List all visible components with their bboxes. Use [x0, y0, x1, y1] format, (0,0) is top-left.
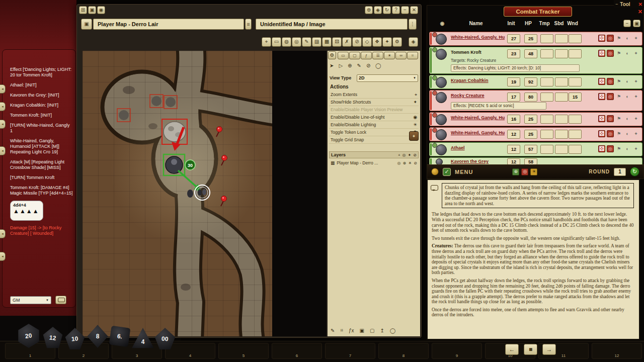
hotkey-slot[interactable]: 12 — [592, 343, 642, 359]
tracker-row[interactable]: Athael 12 57 ⊕◎⚑◐✦⚄ — [429, 142, 642, 156]
roll-die-icon[interactable]: ⚄ — [598, 78, 605, 85]
roll-die-icon[interactable]: ⚄ — [598, 93, 605, 100]
effects-icon[interactable]: ◎ — [521, 168, 528, 175]
sparkle-icon[interactable]: ✦ — [632, 130, 639, 137]
tracker-row[interactable]: White-Haired, Gangly, Hu 12 25 ⊕◎⚑◐✦⚄ — [429, 127, 642, 141]
panel-tool-button[interactable]: ⌗ — [407, 52, 418, 59]
flag-icon[interactable]: ⚑ — [615, 93, 622, 100]
collapsed-window-tab[interactable]: ◂ — [0, 146, 6, 155]
target-icon[interactable]: ◎ — [397, 161, 400, 165]
panel-tool-button[interactable]: ☀ — [384, 52, 395, 59]
combatant-name[interactable]: Kavoren the Grey — [451, 159, 489, 164]
sbd-value[interactable] — [555, 77, 568, 86]
flag-icon[interactable]: ⚑ — [615, 145, 622, 152]
sparkle-icon[interactable]: ✦ — [632, 93, 639, 100]
speaker-dropdown[interactable]: GM ▼ — [10, 296, 51, 304]
hp-value[interactable]: 25 — [524, 115, 537, 124]
sparkle-icon[interactable]: ✦ — [632, 35, 639, 42]
effects-icon[interactable]: ◎ — [607, 35, 614, 42]
combatant-name[interactable]: Kragan Cobaltkin — [451, 78, 489, 83]
no-entry-icon[interactable]: ⊘ — [414, 161, 417, 165]
hotkey-slot[interactable]: 9 — [432, 343, 482, 359]
d4-die[interactable]: 4 — [132, 328, 154, 349]
collapsed-window-tab[interactable]: ◂ — [0, 229, 6, 238]
zoom-extents-tool[interactable]: ⌖ — [262, 37, 271, 47]
minimize-button[interactable]: − — [401, 6, 409, 14]
combatant-name[interactable]: Tommen Kroft — [451, 50, 481, 55]
gm-identity-button[interactable] — [431, 168, 439, 175]
hp-value[interactable]: 48 — [524, 49, 537, 58]
vision-icon[interactable]: ◐ — [624, 145, 631, 152]
flag-icon[interactable]: ⚑ — [615, 78, 622, 85]
map-window-titlebar[interactable]: ⊞ ▣ ◉ ⊕ ◈ ↻ ? − ✕ — [77, 5, 421, 16]
collapsed-window-tab[interactable]: ◂ — [0, 102, 6, 111]
add-layer-icon[interactable]: + — [398, 153, 400, 157]
sparkle-icon[interactable]: ✦ — [632, 50, 639, 57]
close-button[interactable]: ✕ — [410, 6, 418, 14]
init-value[interactable]: 16 — [507, 115, 520, 124]
circle-icon[interactable]: ◯ — [390, 328, 395, 333]
combatant-portrait[interactable] — [436, 77, 447, 88]
hotkey-slot[interactable]: 7 — [325, 343, 375, 359]
minimize-icon[interactable]: − — [615, 2, 618, 7]
tab-list-button[interactable]: ☰ — [245, 19, 252, 30]
action-line-of-sight[interactable]: Enable/Disable Line-of-sight◉ — [329, 114, 419, 121]
vision-icon[interactable]: ◐ — [624, 130, 631, 137]
plus-circle-icon[interactable]: ⊕ — [348, 63, 352, 68]
vision-icon[interactable]: ◐ — [624, 115, 631, 122]
close-icon[interactable]: ✕ — [638, 9, 642, 15]
speech-bubble-icon[interactable] — [431, 185, 438, 191]
tab-player-map[interactable]: Player Map - Derro Lair — [93, 19, 244, 30]
wnd-value[interactable] — [569, 77, 582, 86]
panel-tool-button[interactable]: ▭ — [338, 52, 349, 59]
action-token-lock[interactable]: Toggle Token Lock⚙ — [329, 129, 419, 136]
combatant-name[interactable]: White-Haired, Gangly, Hu — [451, 130, 505, 135]
sbd-value[interactable] — [555, 93, 568, 102]
combatant-portrait[interactable] — [436, 34, 447, 45]
erase-tool[interactable]: ✗ — [342, 37, 352, 47]
panel-gear-button[interactable]: ⚙ — [328, 51, 336, 59]
hp-value[interactable]: 25 — [524, 130, 537, 139]
effects-box[interactable]: Effects: Dancing Lights; LIGHT: 20 torch… — [451, 64, 580, 72]
round-value[interactable]: 1 — [614, 168, 626, 176]
combatant-name[interactable]: Athael — [451, 145, 465, 150]
layer-item[interactable]: ▦ Player Map - Derro ... ◎ ⊕ ☀ ⊘ — [329, 159, 419, 166]
tracker-row-active[interactable]: Tommen Kroft Targets: Rocky Creature Eff… — [429, 47, 642, 74]
d8-die[interactable]: 8 — [87, 325, 109, 348]
effects-icon[interactable]: ◎ — [607, 145, 614, 152]
shape-tool[interactable]: ◇ — [362, 37, 372, 47]
minimize-button[interactable]: − — [623, 20, 631, 27]
panel-tool-button[interactable]: ƒ — [361, 52, 372, 59]
hp-value[interactable]: 57 — [524, 145, 537, 154]
hp-value[interactable]: 80 — [524, 93, 537, 102]
combatant-portrait[interactable] — [436, 114, 447, 125]
window-panel-button[interactable]: ▣ — [88, 6, 96, 14]
group-tool[interactable]: ❖ — [372, 37, 382, 47]
panel-tool-button[interactable]: ∞ — [395, 52, 407, 59]
plus-circle-icon[interactable]: ⊕ — [403, 161, 406, 165]
paint-tool[interactable]: ▨ — [312, 37, 321, 47]
tmp-value[interactable] — [540, 77, 553, 86]
cursor-icon[interactable]: ➤ — [330, 63, 334, 68]
effects-box[interactable]: Effects: [REGEN: 5 acid or sonic] — [451, 102, 546, 110]
combatant-name[interactable]: Rocky Creature — [451, 93, 485, 98]
no-entry-icon[interactable]: ⊘ — [366, 63, 370, 68]
collapsed-window-tab[interactable]: ◂ — [0, 252, 6, 261]
init-value[interactable]: 23 — [507, 49, 520, 58]
chat-bubble-icon[interactable] — [55, 296, 66, 304]
sparkle-icon[interactable]: ✦ — [632, 78, 639, 85]
pencil-icon[interactable]: ✎ — [357, 63, 361, 68]
flag-icon[interactable]: ⚑ — [615, 50, 622, 57]
wnd-value[interactable] — [569, 115, 582, 124]
hotkey-slot[interactable]: 6 — [272, 343, 322, 359]
map-canvas[interactable]: 30 — [83, 51, 327, 336]
light-icon[interactable]: ☀ — [530, 168, 537, 175]
combatant-portrait[interactable] — [436, 92, 447, 103]
targeting-icon[interactable]: ⊕ — [512, 168, 519, 175]
flag-icon[interactable]: ⚑ — [615, 35, 622, 42]
d10-die[interactable]: 10 — [64, 328, 86, 350]
layers-section-header[interactable]: Layers + ◎ ✦ ⊘ — [329, 151, 419, 158]
sun-icon[interactable]: ☀ — [408, 161, 412, 165]
roll-die-icon[interactable]: ⚄ — [598, 145, 605, 152]
stop-button[interactable]: ■ — [524, 344, 537, 355]
